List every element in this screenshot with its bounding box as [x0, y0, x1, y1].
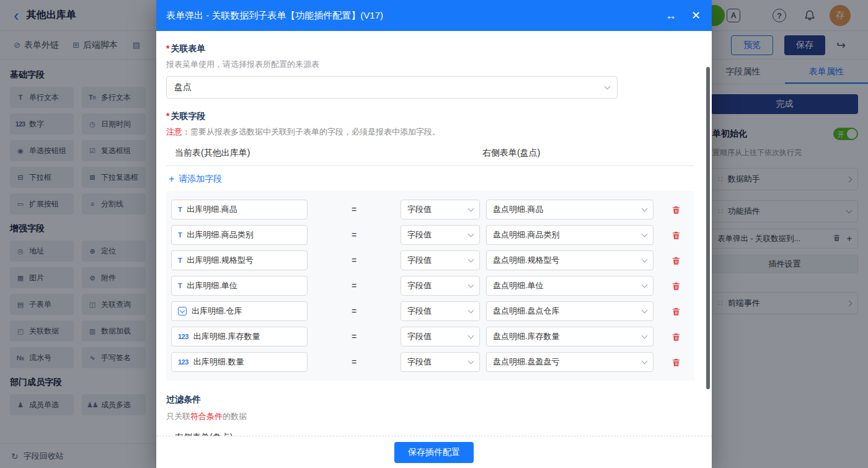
value-type-value: 字段值: [407, 204, 432, 215]
delete-row-icon[interactable]: [671, 256, 681, 265]
right-field-select[interactable]: 盘点明细.盘盈盘亏: [486, 352, 653, 372]
right-column-header: 右侧表单(盘点): [482, 148, 540, 159]
right-field-select[interactable]: 盘点明细.规格型号: [486, 250, 653, 270]
right-field-value: 盘点明细.库存数量: [493, 331, 560, 342]
related-form-hint: 报表菜单使用，请选择报表所配置的来源表: [166, 59, 694, 70]
required-mark: *: [166, 43, 169, 53]
note-prefix: 注意：: [166, 127, 190, 136]
mapping-row: T出库明细.规格型号=字段值盘点明细.规格型号: [171, 250, 689, 270]
chevron-down-icon: [642, 206, 648, 212]
value-type-value: 字段值: [407, 280, 432, 291]
equals-operator: =: [308, 205, 401, 214]
mapping-rows: T出库明细.商品=字段值盘点明细.商品T出库明细.商品类别=字段值盘点明细.商品…: [166, 191, 694, 381]
right-field-value: 盘点明细.单位: [493, 280, 544, 291]
select-field-icon: [178, 307, 187, 316]
right-field-select[interactable]: 盘点明细.商品类别: [486, 225, 653, 245]
text-field-icon: T: [178, 206, 182, 213]
text-field-icon: T: [178, 282, 182, 289]
related-form-select[interactable]: 盘点: [166, 76, 618, 99]
chevron-down-icon: [642, 257, 648, 263]
left-field-input[interactable]: T出库明细.商品: [171, 200, 308, 219]
right-field-select[interactable]: 盘点明细.商品: [486, 200, 653, 219]
text-field-icon: T: [178, 231, 182, 239]
right-field-select[interactable]: 盘点明细.单位: [486, 276, 653, 296]
chevron-down-icon: [468, 333, 474, 339]
left-field-input[interactable]: T出库明细.规格型号: [171, 250, 308, 270]
value-type-value: 字段值: [407, 229, 432, 241]
left-field-value: 出库明细.数量: [193, 356, 244, 368]
mapping-row: 123出库明细.数量=字段值盘点明细.盘盈盘亏: [171, 352, 689, 372]
add-field-button[interactable]: + 请添加字段: [169, 174, 222, 185]
value-type-value: 字段值: [407, 331, 432, 342]
delete-row-icon[interactable]: [671, 231, 681, 240]
modal-header-icons: ↔ ✕: [665, 10, 701, 21]
value-type-select[interactable]: 字段值: [401, 327, 480, 347]
chevron-down-icon: [468, 358, 474, 364]
text-field-icon: T: [178, 257, 182, 264]
right-field-value: 盘点明细.商品类别: [493, 229, 560, 241]
modal-scrollbar[interactable]: [706, 67, 710, 389]
delete-row-icon[interactable]: [671, 307, 681, 316]
filter-desc-suffix: 的数据: [223, 412, 247, 421]
number-field-icon: 123: [178, 358, 188, 366]
mapping-row: T出库明细.商品=字段值盘点明细.商品: [171, 200, 689, 219]
plugin-config-modal: 表单弹出 - 关联数据到子表单【功能插件配置】(V17) ↔ ✕ *关联表单 报…: [156, 0, 712, 468]
number-field-icon: 123: [178, 333, 188, 340]
right-field-select[interactable]: 盘点明细.盘点仓库: [486, 301, 653, 321]
select-value: 盘点: [174, 82, 192, 93]
column-headers: 当前表(其他出库单) 右侧表单(盘点): [166, 148, 694, 166]
left-field-value: 出库明细.单位: [187, 280, 237, 291]
equals-operator: =: [308, 230, 401, 240]
equals-operator: =: [308, 306, 401, 316]
delete-row-icon[interactable]: [671, 358, 681, 367]
save-plugin-config-button[interactable]: 保存插件配置: [394, 442, 474, 463]
fields-note: 注意：需要从报表多选数据中关联到子表单的字段，必须是报表中添加字段。: [166, 126, 694, 138]
left-field-value: 出库明细.商品类别: [187, 229, 254, 241]
chevron-down-icon: [642, 282, 648, 288]
chevron-down-icon: [604, 84, 611, 90]
right-field-value: 盘点明细.规格型号: [493, 255, 560, 266]
delete-row-icon[interactable]: [671, 281, 681, 291]
related-form-label: *关联表单: [166, 43, 694, 55]
right-field-value: 盘点明细.盘点仓库: [493, 306, 560, 317]
add-field-label: 请添加字段: [179, 174, 222, 185]
left-field-input[interactable]: 123出库明细.数量: [171, 352, 308, 372]
chevron-down-icon: [642, 307, 648, 314]
plus-icon: +: [169, 175, 174, 183]
filter-desc-highlight[interactable]: 符合条件: [190, 412, 223, 421]
filter-left-form: 左侧表单(盘点): [166, 432, 694, 436]
value-type-select[interactable]: 字段值: [401, 225, 480, 245]
left-field-value: 出库明细.规格型号: [187, 255, 254, 266]
value-type-select[interactable]: 字段值: [401, 276, 480, 296]
value-type-select[interactable]: 字段值: [401, 250, 480, 270]
value-type-select[interactable]: 字段值: [401, 200, 480, 219]
modal-header: 表单弹出 - 关联数据到子表单【功能插件配置】(V17) ↔ ✕: [156, 0, 712, 31]
delete-row-icon[interactable]: [671, 332, 681, 342]
left-field-input[interactable]: 123出库明细.库存数量: [171, 327, 308, 347]
modal-title: 表单弹出 - 关联数据到子表单【功能插件配置】(V17): [166, 10, 383, 22]
chevron-down-icon: [468, 307, 474, 314]
equals-operator: =: [308, 255, 401, 265]
delete-row-icon[interactable]: [671, 205, 681, 214]
left-field-value: 出库明细.库存数量: [193, 331, 260, 342]
equals-operator: =: [308, 332, 401, 342]
value-type-value: 字段值: [407, 306, 432, 317]
left-field-value: 出库明细.仓库: [192, 306, 242, 317]
value-type-select[interactable]: 字段值: [401, 352, 480, 372]
left-field-input[interactable]: T出库明细.单位: [171, 276, 308, 296]
left-field-value: 出库明细.商品: [187, 204, 237, 215]
expand-icon[interactable]: ↔: [665, 10, 676, 21]
equals-operator: =: [308, 357, 401, 367]
value-type-value: 字段值: [407, 255, 432, 266]
mapping-row: T出库明细.单位=字段值盘点明细.单位: [171, 276, 689, 296]
right-field-value: 盘点明细.盘盈盘亏: [493, 356, 560, 368]
right-field-select[interactable]: 盘点明细.库存数量: [486, 327, 653, 347]
left-field-input[interactable]: 出库明细.仓库: [171, 301, 308, 321]
left-field-input[interactable]: T出库明细.商品类别: [171, 225, 308, 245]
close-icon[interactable]: ✕: [691, 10, 701, 21]
chevron-down-icon: [468, 231, 474, 237]
mapping-row: T出库明细.商品类别=字段值盘点明细.商品类别: [171, 225, 689, 245]
right-field-value: 盘点明细.商品: [493, 204, 544, 215]
filter-label: 过滤条件: [166, 394, 694, 405]
value-type-select[interactable]: 字段值: [401, 301, 480, 321]
